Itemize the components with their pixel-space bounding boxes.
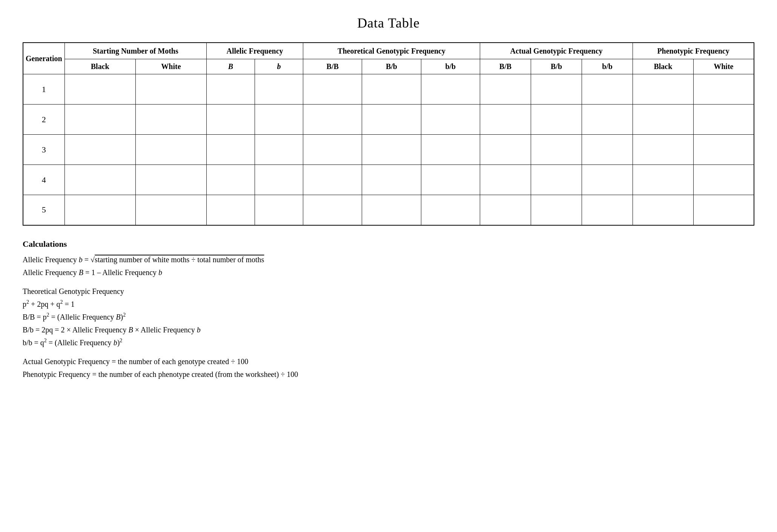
table-row: 1 <box>23 74 754 105</box>
data-cell <box>693 74 754 105</box>
data-cell <box>303 195 362 225</box>
calculations-section: Calculations Allelic Frequency b = √star… <box>23 237 754 381</box>
sub-header-Bb2: B/b <box>531 59 582 74</box>
calc-line: B/b = 2pq = 2 × Allelic Frequency B × Al… <box>23 323 754 336</box>
theoretical-geno-header: Theoretical Genotypic Frequency <box>303 43 480 59</box>
page-title: Data Table <box>23 15 754 31</box>
calc-line: b/b = q2 = (Allelic Frequency b)2 <box>23 336 754 349</box>
data-cell <box>362 105 421 135</box>
generation-cell: 2 <box>23 105 64 135</box>
data-cell <box>582 195 633 225</box>
generation-cell: 4 <box>23 165 64 195</box>
data-cell <box>64 74 135 105</box>
data-cell <box>421 74 480 105</box>
data-cell <box>255 165 303 195</box>
calc-line: B/B = p2 = (Allelic Frequency B)2 <box>23 311 754 323</box>
data-cell <box>207 74 255 105</box>
data-cell <box>303 165 362 195</box>
data-cell <box>421 165 480 195</box>
data-cell <box>303 74 362 105</box>
data-cell <box>531 105 582 135</box>
data-cell <box>207 135 255 165</box>
data-cell <box>531 135 582 165</box>
data-cell <box>480 135 531 165</box>
data-cell <box>362 165 421 195</box>
data-cell <box>480 195 531 225</box>
data-cell <box>207 165 255 195</box>
data-cell <box>633 135 694 165</box>
calc-line: p2 + 2pq + q2 = 1 <box>23 298 754 311</box>
data-cell <box>303 105 362 135</box>
data-cell <box>303 135 362 165</box>
data-cell <box>633 165 694 195</box>
data-cell <box>362 195 421 225</box>
data-cell <box>207 105 255 135</box>
data-cell <box>531 195 582 225</box>
data-cell <box>480 165 531 195</box>
data-cell <box>582 165 633 195</box>
sub-header-BB2: B/B <box>480 59 531 74</box>
data-cell <box>633 195 694 225</box>
generation-header: Generation <box>23 43 64 74</box>
data-cell <box>64 165 135 195</box>
data-cell <box>135 105 206 135</box>
data-table: Generation Starting Number of Moths Alle… <box>23 42 754 226</box>
data-cell <box>693 195 754 225</box>
sub-header-bb1: b/b <box>421 59 480 74</box>
calc-line: Allelic Frequency B = 1 – Allelic Freque… <box>23 266 754 279</box>
starting-number-header: Starting Number of Moths <box>64 43 206 59</box>
data-cell <box>421 195 480 225</box>
calc-line: Actual Genotypic Frequency = the number … <box>23 355 754 368</box>
data-cell <box>421 105 480 135</box>
generation-cell: 3 <box>23 135 64 165</box>
data-cell <box>135 74 206 105</box>
sub-header-b: b <box>255 59 303 74</box>
data-cell <box>421 135 480 165</box>
data-cell <box>135 135 206 165</box>
data-cell <box>135 195 206 225</box>
data-cell <box>582 74 633 105</box>
calc-line: Phenotypic Frequency = the number of eac… <box>23 368 754 381</box>
data-cell <box>633 74 694 105</box>
allelic-freq-header: Allelic Frequency <box>207 43 303 59</box>
table-row: 2 <box>23 105 754 135</box>
sub-header-white1: White <box>135 59 206 74</box>
actual-geno-header: Actual Genotypic Frequency <box>480 43 633 59</box>
data-cell <box>64 105 135 135</box>
calc-line: Allelic Frequency b = √starting number o… <box>23 253 754 266</box>
generation-cell: 1 <box>23 74 64 105</box>
sub-header-bb2: b/b <box>582 59 633 74</box>
data-table-wrapper: Generation Starting Number of Moths Alle… <box>23 42 754 226</box>
table-row: 4 <box>23 165 754 195</box>
calc-line: Theoretical Genotypic Frequency <box>23 285 754 298</box>
sub-header-BB1: B/B <box>303 59 362 74</box>
sub-header-black1: Black <box>64 59 135 74</box>
table-row: 3 <box>23 135 754 165</box>
data-cell <box>582 105 633 135</box>
table-row: 5 <box>23 195 754 225</box>
phenotypic-freq-header: Phenotypic Frequency <box>633 43 754 59</box>
sub-header-white2: White <box>693 59 754 74</box>
data-cell <box>531 165 582 195</box>
data-cell <box>255 195 303 225</box>
data-cell <box>582 135 633 165</box>
data-cell <box>64 195 135 225</box>
data-cell <box>480 74 531 105</box>
sub-header-Bb1: B/b <box>362 59 421 74</box>
data-cell <box>64 135 135 165</box>
sub-header-black2: Black <box>633 59 694 74</box>
generation-cell: 5 <box>23 195 64 225</box>
data-cell <box>693 105 754 135</box>
data-cell <box>633 105 694 135</box>
data-cell <box>531 74 582 105</box>
data-cell <box>255 74 303 105</box>
data-cell <box>207 195 255 225</box>
data-cell <box>480 105 531 135</box>
calculations-heading: Calculations <box>23 237 754 251</box>
data-cell <box>362 74 421 105</box>
data-cell <box>135 165 206 195</box>
data-cell <box>255 135 303 165</box>
data-cell <box>255 105 303 135</box>
calc-lines: Allelic Frequency b = √starting number o… <box>23 253 754 381</box>
sub-header-B: B <box>207 59 255 74</box>
